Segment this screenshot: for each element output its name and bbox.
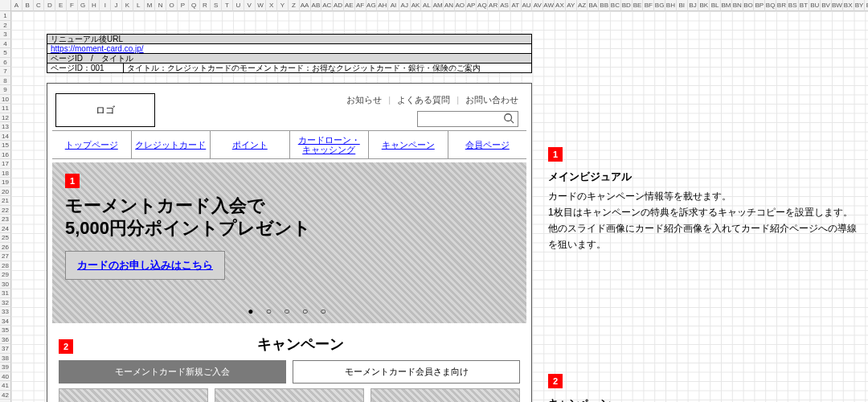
col-header[interactable]: BB bbox=[599, 0, 610, 11]
row-header[interactable]: 27 bbox=[0, 252, 11, 261]
col-header[interactable]: Z bbox=[289, 0, 300, 11]
row-header[interactable]: 42 bbox=[0, 391, 11, 400]
col-header[interactable]: BL bbox=[710, 0, 721, 11]
col-header[interactable]: AB bbox=[311, 0, 322, 11]
col-header[interactable]: AS bbox=[499, 0, 510, 11]
row-header[interactable]: 22 bbox=[0, 206, 11, 215]
nav-member[interactable]: 会員ページ bbox=[448, 131, 527, 158]
row-header[interactable]: 3 bbox=[0, 30, 11, 39]
col-header[interactable]: AJ bbox=[399, 0, 411, 11]
nav-loan[interactable]: カードローン・ キャッシング bbox=[290, 131, 370, 158]
col-header[interactable]: BP bbox=[754, 0, 765, 11]
col-header[interactable]: T bbox=[222, 0, 233, 11]
col-header[interactable]: O bbox=[166, 0, 178, 11]
campaign-tab-member[interactable]: モーメントカード会員さま向け bbox=[293, 360, 520, 384]
col-header[interactable]: W bbox=[256, 0, 267, 11]
col-header[interactable]: I bbox=[100, 0, 111, 11]
col-header[interactable]: AW bbox=[543, 0, 555, 11]
col-header[interactable]: AH bbox=[377, 0, 388, 11]
col-header[interactable]: AC bbox=[321, 0, 333, 11]
col-header[interactable]: C bbox=[34, 0, 45, 11]
util-contact[interactable]: お問い合わせ bbox=[465, 94, 518, 106]
col-header[interactable]: AU bbox=[522, 0, 533, 11]
col-header[interactable]: AP bbox=[466, 0, 477, 11]
row-header[interactable]: 31 bbox=[0, 289, 11, 298]
col-header[interactable]: BQ bbox=[765, 0, 776, 11]
row-header[interactable]: 41 bbox=[0, 381, 11, 391]
row-header[interactable]: 9 bbox=[0, 85, 11, 95]
col-header[interactable]: BH bbox=[665, 0, 677, 11]
row-header[interactable]: 26 bbox=[0, 243, 11, 252]
col-header[interactable]: BM bbox=[721, 0, 732, 11]
campaign-card-placeholder[interactable] bbox=[371, 388, 520, 402]
row-header[interactable]: 29 bbox=[0, 270, 11, 280]
col-header[interactable]: G bbox=[78, 0, 89, 11]
row-header[interactable]: 7 bbox=[0, 67, 11, 76]
col-header[interactable]: AV bbox=[532, 0, 543, 11]
col-header[interactable]: E bbox=[55, 0, 67, 11]
col-header[interactable]: L bbox=[133, 0, 145, 11]
col-header[interactable]: BD bbox=[621, 0, 633, 11]
row-header[interactable]: 17 bbox=[0, 159, 11, 169]
col-header[interactable]: U bbox=[233, 0, 244, 11]
row-header[interactable]: 35 bbox=[0, 326, 11, 335]
row-header[interactable]: 10 bbox=[0, 95, 11, 105]
row-header[interactable]: 38 bbox=[0, 354, 11, 363]
row-header[interactable]: 34 bbox=[0, 317, 11, 326]
row-header[interactable]: 36 bbox=[0, 335, 11, 345]
col-header[interactable]: J bbox=[111, 0, 122, 11]
row-headers[interactable]: 1234567891011121314151617181920212223242… bbox=[0, 11, 11, 402]
col-header[interactable]: V bbox=[244, 0, 256, 11]
col-header[interactable]: BW bbox=[832, 0, 843, 11]
col-header[interactable]: Y bbox=[277, 0, 289, 11]
col-header[interactable]: BE bbox=[633, 0, 644, 11]
col-header[interactable]: AI bbox=[388, 0, 399, 11]
col-header[interactable]: BI bbox=[677, 0, 688, 11]
row-header[interactable]: 4 bbox=[0, 39, 11, 49]
row-header[interactable]: 25 bbox=[0, 233, 11, 243]
col-header[interactable]: A bbox=[11, 0, 23, 11]
col-header[interactable]: BT bbox=[799, 0, 810, 11]
row-header[interactable]: 24 bbox=[0, 224, 11, 234]
campaign-card-placeholder[interactable] bbox=[215, 388, 364, 402]
cell-grid[interactable]: リニューアル後URL https://moment-card.co.jp/ ペー… bbox=[11, 11, 868, 402]
col-header[interactable]: BS bbox=[788, 0, 799, 11]
mv-cta-button[interactable]: カードのお申し込みはこちら bbox=[65, 251, 225, 280]
row-header[interactable]: 8 bbox=[0, 76, 11, 86]
col-header[interactable]: D bbox=[44, 0, 55, 11]
col-header[interactable]: BX bbox=[843, 0, 854, 11]
col-header[interactable]: BG bbox=[654, 0, 665, 11]
col-header[interactable]: AL bbox=[421, 0, 432, 11]
col-header[interactable]: B bbox=[23, 0, 34, 11]
row-header[interactable]: 18 bbox=[0, 169, 11, 178]
col-header[interactable]: X bbox=[266, 0, 277, 11]
col-header[interactable]: AQ bbox=[477, 0, 488, 11]
select-all-corner[interactable] bbox=[0, 0, 11, 11]
campaign-tab-new[interactable]: モーメントカード新規ご入会 bbox=[59, 360, 286, 384]
nav-point[interactable]: ポイント bbox=[211, 131, 290, 158]
col-header[interactable]: BJ bbox=[688, 0, 699, 11]
row-header[interactable]: 39 bbox=[0, 363, 11, 372]
row-header[interactable]: 11 bbox=[0, 104, 11, 113]
nav-top[interactable]: トップページ bbox=[52, 131, 132, 158]
campaign-card-placeholder[interactable] bbox=[59, 388, 208, 402]
column-headers[interactable]: ABCDEFGHIJKLMNOPQRSTUVWXYZAAABACADAEAFAG… bbox=[11, 0, 868, 11]
row-header[interactable]: 1 bbox=[0, 11, 11, 21]
col-header[interactable]: BZ bbox=[865, 0, 868, 11]
col-header[interactable]: K bbox=[122, 0, 133, 11]
col-header[interactable]: BO bbox=[743, 0, 755, 11]
nav-campaign[interactable]: キャンペーン bbox=[369, 131, 448, 158]
col-header[interactable]: P bbox=[178, 0, 189, 11]
row-header[interactable]: 33 bbox=[0, 307, 11, 317]
row-header[interactable]: 32 bbox=[0, 298, 11, 308]
col-header[interactable]: AZ bbox=[577, 0, 588, 11]
col-header[interactable]: AM bbox=[432, 0, 444, 11]
col-header[interactable]: BU bbox=[809, 0, 821, 11]
row-header[interactable]: 37 bbox=[0, 344, 11, 354]
row-header[interactable]: 40 bbox=[0, 372, 11, 382]
col-header[interactable]: AT bbox=[510, 0, 522, 11]
row-header[interactable]: 6 bbox=[0, 58, 11, 68]
col-header[interactable]: AR bbox=[488, 0, 499, 11]
search-input[interactable] bbox=[417, 111, 518, 127]
row-header[interactable]: 15 bbox=[0, 141, 11, 150]
